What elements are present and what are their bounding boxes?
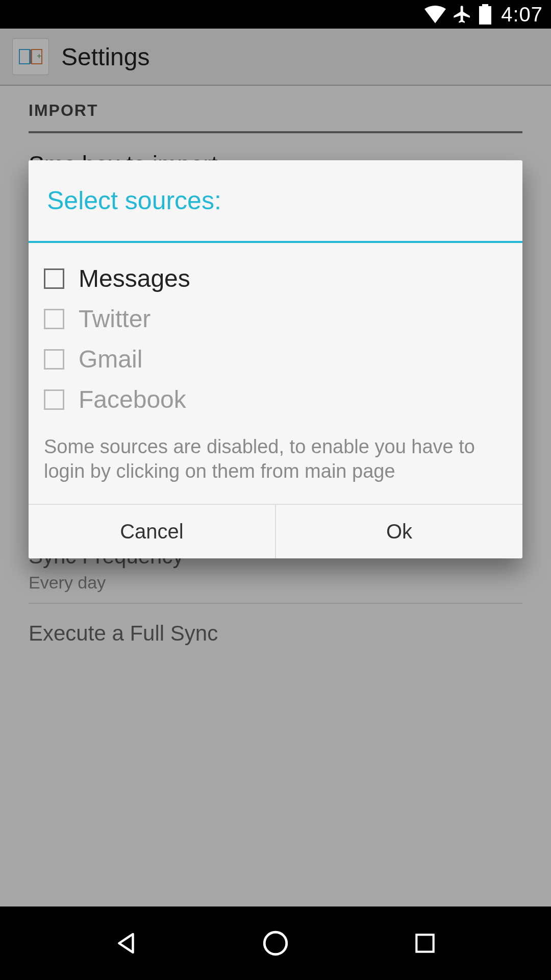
nav-home-button[interactable] — [258, 925, 293, 961]
navigation-bar — [0, 906, 551, 980]
source-option-gmail[interactable]: Gmail — [41, 339, 510, 379]
source-option-messages[interactable]: Messages — [41, 258, 510, 299]
status-bar: 4:07 — [0, 0, 551, 29]
checkbox-icon — [44, 389, 64, 410]
source-option-twitter[interactable]: Twitter — [41, 299, 510, 339]
checkbox-icon — [44, 268, 64, 289]
svg-rect-1 — [482, 4, 488, 7]
checkbox-icon — [44, 309, 64, 329]
source-label: Twitter — [79, 305, 151, 333]
nav-recent-button[interactable] — [407, 925, 443, 961]
source-label: Facebook — [79, 385, 186, 413]
select-sources-dialog: Select sources: Messages Twitter Gmail F… — [29, 160, 522, 558]
source-label: Messages — [79, 264, 190, 292]
source-option-facebook[interactable]: Facebook — [41, 379, 510, 420]
svg-rect-0 — [479, 6, 491, 24]
svg-rect-4 — [417, 935, 434, 951]
nav-back-button[interactable] — [108, 925, 144, 961]
dialog-note: Some sources are disabled, to enable you… — [41, 420, 510, 483]
checkbox-icon — [44, 349, 64, 370]
status-time: 4:07 — [501, 3, 543, 26]
source-label: Gmail — [79, 345, 142, 373]
ok-button[interactable]: Ok — [275, 505, 522, 558]
wifi-icon — [424, 5, 446, 23]
svg-point-3 — [264, 932, 287, 954]
dialog-title: Select sources: — [29, 160, 522, 241]
airplane-mode-icon — [452, 4, 472, 24]
cancel-button[interactable]: Cancel — [29, 505, 275, 558]
battery-icon — [479, 4, 492, 24]
